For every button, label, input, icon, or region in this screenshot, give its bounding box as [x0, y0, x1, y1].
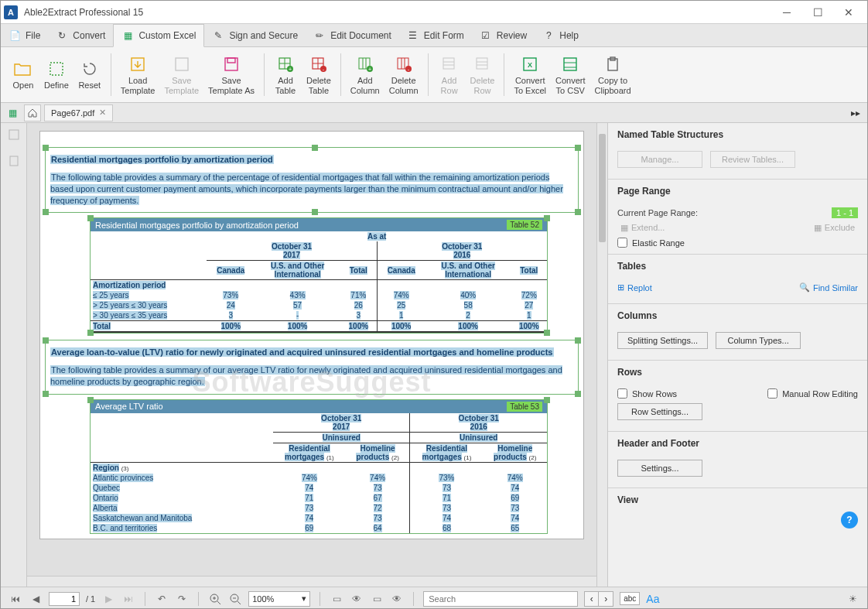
minimize-button[interactable]: ─ — [771, 2, 802, 23]
add-row-icon — [439, 54, 460, 74]
page-thumbnails-icon[interactable] — [5, 126, 22, 143]
svg-rect-39 — [10, 156, 18, 166]
prev-page-button[interactable]: ◀ — [29, 592, 43, 606]
tab-label: Page67.pdf — [51, 108, 94, 118]
ribbon-define[interactable]: Define — [39, 50, 73, 99]
menu-sign-secure[interactable]: ✎Sign and Secure — [204, 24, 306, 46]
delete-row-icon — [473, 54, 493, 74]
menu-edit-form[interactable]: ☰Edit Form — [399, 24, 472, 46]
home-tab[interactable] — [24, 104, 41, 121]
svg-line-41 — [217, 601, 220, 604]
tabstrip: ▦ Page67.pdf✕ ▸▸ — [1, 103, 867, 123]
match-whole-word[interactable]: abc — [620, 592, 640, 605]
close-button[interactable]: ✕ — [833, 2, 864, 23]
ribbon-add-table[interactable]: +Add Table — [269, 50, 302, 99]
document-page: Residential mortgages portfolio by amort… — [39, 131, 584, 539]
add-column-icon: + — [355, 54, 375, 74]
find-similar-link[interactable]: 🔍Find Similar — [799, 282, 858, 293]
view-mode-2[interactable]: 👁 — [350, 592, 364, 606]
horizontal-scrollbar[interactable] — [27, 576, 596, 587]
review-icon: ☑ — [480, 29, 492, 42]
thumbnails-toggle[interactable]: ▦ — [4, 104, 21, 121]
ribbon-open[interactable]: Open — [7, 50, 39, 99]
show-rows-check[interactable]: Show Rows — [617, 388, 677, 399]
ribbon-delete-column[interactable]: -Delete Column — [384, 50, 423, 99]
search-input[interactable] — [423, 591, 578, 607]
help-badge-icon[interactable]: ? — [841, 511, 858, 529]
ribbon-reset[interactable]: Reset — [73, 50, 106, 99]
zoom-select[interactable]: 100%▾ — [248, 591, 310, 607]
tabs-overflow[interactable]: ▸▸ — [847, 104, 864, 121]
zoom-in-button[interactable] — [208, 592, 222, 606]
view-mode-3[interactable]: ▭ — [370, 592, 384, 606]
define-icon — [46, 59, 67, 79]
search-prev[interactable]: ‹ — [585, 592, 599, 606]
menu-file[interactable]: 📄File — [1, 24, 48, 46]
excel-icon: X — [520, 54, 540, 74]
svg-text:+: + — [289, 67, 292, 72]
manual-row-check[interactable]: Manual Row Editing — [767, 388, 858, 399]
ribbon-save-template-as[interactable]: Save Template As — [203, 50, 259, 99]
first-page-button[interactable]: ⏮ — [9, 592, 22, 606]
document-viewport[interactable]: Residential mortgages portfolio by amort… — [27, 123, 607, 587]
view-mode-4[interactable]: 👁 — [390, 592, 404, 606]
replot-link[interactable]: ⊞Replot — [617, 282, 652, 293]
menu-edit-document[interactable]: ✏Edit Document — [306, 24, 399, 46]
chevron-down-icon: ▾ — [302, 594, 306, 604]
app-title: Able2Extract Professional 15 — [24, 7, 771, 18]
ribbon-to-excel[interactable]: XConvert To Excel — [509, 50, 551, 99]
left-toolbar — [1, 123, 27, 587]
rotate-cw-button[interactable]: ↷ — [175, 592, 189, 606]
menu-convert[interactable]: ↻Convert — [48, 24, 113, 46]
sign-icon: ✎ — [212, 29, 224, 42]
edit-doc-icon: ✏ — [313, 29, 326, 42]
next-page-button[interactable]: ▶ — [101, 592, 115, 606]
ribbon-add-row: Add Row — [433, 50, 466, 99]
svg-rect-33 — [564, 58, 576, 70]
rotate-ccw-button[interactable]: ↶ — [155, 592, 169, 606]
manage-button: Manage... — [617, 151, 702, 168]
ribbon-to-csv[interactable]: Convert To CSV — [551, 50, 590, 99]
svg-text:X: X — [528, 61, 532, 69]
svg-rect-2 — [176, 58, 188, 70]
table2-title: Average LTV ratio — [95, 402, 163, 411]
hf-settings-button[interactable]: Settings... — [617, 460, 702, 477]
row-settings-button[interactable]: Row Settings... — [617, 403, 702, 420]
search-icon: 🔍 — [799, 282, 810, 293]
svg-line-45 — [238, 601, 241, 604]
maximize-button[interactable]: ☐ — [802, 2, 833, 23]
menu-help[interactable]: ?Help — [535, 24, 586, 46]
svg-rect-28 — [477, 58, 487, 69]
view-mode-1[interactable]: ▭ — [330, 592, 343, 606]
menu-review[interactable]: ☑Review — [472, 24, 535, 46]
match-case[interactable]: Aa — [646, 593, 659, 605]
exclude-icon: ▦ — [814, 223, 822, 233]
theme-toggle[interactable]: ☀ — [846, 592, 859, 606]
tab-close-icon[interactable]: ✕ — [99, 108, 106, 118]
attachments-icon[interactable] — [5, 152, 22, 169]
column-types-button[interactable]: Column Types... — [716, 332, 801, 349]
zoom-out-button[interactable] — [228, 592, 242, 606]
help-icon: ? — [542, 29, 555, 42]
menubar: 📄File ↻Convert ▦Custom Excel ✎Sign and S… — [1, 24, 867, 47]
ribbon-add-column[interactable]: +Add Column — [346, 50, 384, 99]
extend-icon: ▦ — [620, 223, 628, 233]
document-tab[interactable]: Page67.pdf✕ — [44, 104, 113, 121]
elastic-range-check[interactable]: Elastic Range — [617, 238, 858, 248]
search-next[interactable]: › — [599, 592, 613, 606]
table-53: October 31 2017October 31 2016 Uninsured… — [91, 413, 547, 533]
ribbon-delete-table[interactable]: -Delete Table — [302, 50, 336, 99]
last-page-button[interactable]: ⏭ — [121, 592, 135, 606]
page-input[interactable] — [49, 592, 80, 606]
titlebar: A Able2Extract Professional 15 ─ ☐ ✕ — [1, 1, 867, 24]
ribbon-load-template[interactable]: Load Template — [116, 50, 160, 99]
excel-icon: ▦ — [121, 29, 134, 42]
right-panel: Named Table Structures Manage... Review … — [607, 123, 867, 587]
ribbon-copy-clipboard[interactable]: Copy to Clipboard — [590, 50, 636, 99]
save-template-icon — [172, 54, 192, 74]
rp-tables-title: Tables — [608, 254, 867, 275]
svg-rect-25 — [443, 58, 454, 69]
menu-custom-excel[interactable]: ▦Custom Excel — [113, 24, 204, 47]
splitting-settings-button[interactable]: Splitting Settings... — [617, 332, 708, 349]
vertical-scrollbar[interactable] — [596, 123, 607, 587]
